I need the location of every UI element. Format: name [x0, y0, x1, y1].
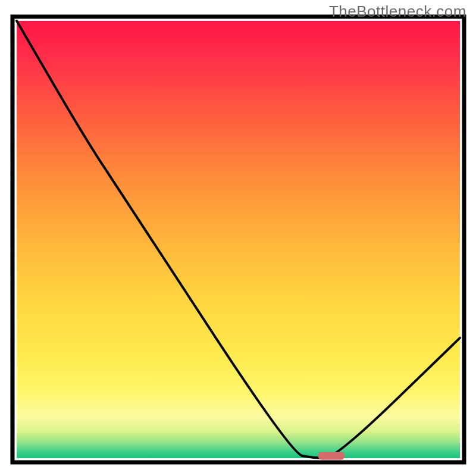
bottleneck-chart: [0, 0, 476, 476]
watermark-label: TheBottleneck.com: [329, 2, 466, 21]
plot-background: [17, 21, 460, 458]
minimum-marker: [318, 452, 345, 460]
chart-container: TheBottleneck.com: [0, 0, 476, 476]
